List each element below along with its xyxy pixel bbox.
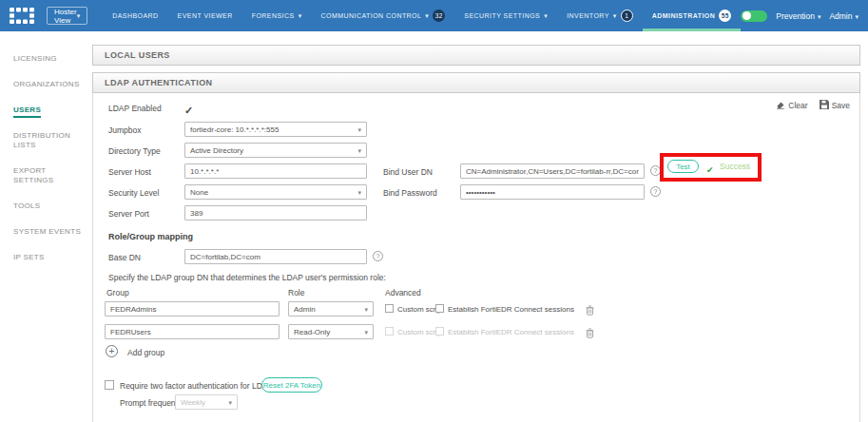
- sidebar-item-distribution-lists[interactable]: DISTRIBUTION LISTS: [13, 131, 87, 150]
- reset-2fa-token-button[interactable]: Reset 2FA Token: [261, 377, 322, 393]
- ldap-enabled-checkmark-icon[interactable]: [184, 101, 193, 118]
- test-button[interactable]: Test: [667, 160, 699, 173]
- save-label: Save: [832, 101, 850, 110]
- sidebar-item-export-settings[interactable]: EXPORT SETTINGS: [13, 166, 87, 185]
- connect-sessions-label: Establish FortiEDR Connect sessions: [448, 305, 574, 314]
- clear-button[interactable]: Clear: [776, 100, 807, 111]
- chevron-down-icon: [818, 11, 821, 21]
- nav-label: COMMUNICATION CONTROL: [321, 12, 422, 19]
- role-value: Admin: [294, 305, 316, 314]
- chevron-down-icon: [357, 125, 361, 134]
- delete-row-trash-icon[interactable]: [586, 302, 594, 319]
- help-icon[interactable]: [650, 186, 661, 197]
- base-dn-input[interactable]: [184, 249, 367, 264]
- nav-administration[interactable]: ADMINISTRATION 55: [643, 0, 741, 31]
- eraser-icon: [776, 100, 785, 111]
- add-group-plus-icon[interactable]: [106, 345, 118, 357]
- server-port-label: Server Port: [108, 209, 149, 219]
- reset-2fa-label: Reset 2FA Token: [263, 381, 320, 390]
- require-2fa-checkbox[interactable]: [105, 380, 114, 390]
- panel-title: LDAP AUTHENTICATION: [105, 78, 212, 87]
- panel-toolbar: Clear Save: [776, 100, 850, 111]
- sidebar-item-organizations[interactable]: ORGANIZATIONS: [13, 80, 87, 89]
- sidebar-item-users[interactable]: USERS: [13, 106, 87, 115]
- role-group-mapping-title: Role/Group mapping: [108, 232, 193, 241]
- jumpbox-select[interactable]: fortiedr-core: 10.*.*.*.*:555: [184, 122, 367, 137]
- group-name-input[interactable]: [105, 324, 280, 339]
- panel-title: LOCAL USERS: [105, 50, 170, 60]
- bind-password-input[interactable]: [460, 184, 645, 200]
- nav-forensics[interactable]: FORENSICS: [242, 0, 312, 31]
- role-value: Read-Only: [294, 328, 330, 336]
- badge-count: 32: [433, 10, 445, 22]
- top-navigation-bar: Hoster View DASHBOARD EVENT VIEWER FOREN…: [0, 0, 868, 31]
- nav-dashboard[interactable]: DASHBOARD: [103, 0, 167, 31]
- chevron-down-icon: [228, 398, 232, 407]
- sidebar-item-system-events[interactable]: SYSTEM EVENTS: [13, 227, 87, 237]
- group-dn-hint-text: Specify the LDAP group DN that determine…: [108, 273, 386, 282]
- bind-user-dn-label: Bind User DN: [383, 167, 433, 177]
- ldap-enabled-label: LDAP Enabled: [108, 104, 162, 113]
- chevron-down-icon: [613, 12, 617, 20]
- role-select[interactable]: Admin: [288, 301, 374, 316]
- nav-label: ADMINISTRATION: [652, 12, 715, 19]
- chevron-down-icon: [357, 188, 361, 197]
- add-group-label[interactable]: Add group: [127, 348, 164, 357]
- nav-label: FORENSICS: [252, 12, 295, 19]
- nav-label: DASHBOARD: [112, 12, 158, 19]
- nav-security-settings[interactable]: SECURITY SETTINGS: [454, 0, 557, 31]
- mode-label: Prevention: [776, 11, 815, 21]
- nav-communication-control[interactable]: COMMUNICATION CONTROL 32: [312, 0, 455, 31]
- chevron-down-icon: [544, 12, 548, 20]
- user-menu[interactable]: Admin: [829, 11, 858, 21]
- ldap-authentication-panel-header[interactable]: LDAP AUTHENTICATION: [92, 72, 860, 93]
- view-selector-dropdown[interactable]: Hoster View: [47, 7, 87, 25]
- test-button-label: Test: [676, 163, 690, 171]
- server-host-input[interactable]: [184, 163, 367, 179]
- chevron-down-icon: [425, 12, 429, 20]
- base-dn-label: Base DN: [108, 253, 141, 262]
- column-header-group: Group: [106, 288, 129, 297]
- directory-type-value: Active Directory: [190, 146, 243, 155]
- chevron-down-icon: [364, 305, 368, 314]
- delete-row-trash-icon[interactable]: [586, 325, 594, 342]
- bind-password-label: Bind Password: [383, 188, 437, 198]
- security-level-label: Security Level: [108, 188, 159, 198]
- mode-dropdown[interactable]: Prevention: [776, 11, 820, 21]
- nav-label: SECURITY SETTINGS: [464, 12, 540, 19]
- connect-sessions-label: Establish FortiEDR Connect sessions: [448, 328, 574, 336]
- prevention-mode-toggle[interactable]: [741, 10, 767, 22]
- custom-script-checkbox: [385, 327, 394, 336]
- bind-user-dn-input[interactable]: [460, 163, 645, 179]
- nav-inventory[interactable]: INVENTORY 1: [557, 0, 643, 31]
- clear-label: Clear: [788, 101, 807, 110]
- nav-event-viewer[interactable]: EVENT VIEWER: [168, 0, 242, 31]
- server-host-label: Server Host: [108, 167, 151, 177]
- group-name-input[interactable]: [105, 301, 280, 316]
- chevron-down-icon: [855, 11, 858, 21]
- sidebar-item-tools[interactable]: TOOLS: [13, 201, 87, 211]
- custom-script-checkbox[interactable]: [385, 304, 394, 313]
- chevron-down-icon: [77, 11, 81, 20]
- help-icon[interactable]: [373, 251, 383, 261]
- sidebar-item-licensing[interactable]: LICENSING: [13, 54, 87, 64]
- test-status-text: Success: [720, 162, 750, 171]
- column-header-role: Role: [288, 288, 304, 297]
- save-button[interactable]: Save: [820, 100, 850, 111]
- admin-sidebar: LICENSING ORGANIZATIONS USERS DISTRIBUTI…: [0, 31, 92, 422]
- jumpbox-value: fortiedr-core: 10.*.*.*.*:555: [190, 125, 279, 134]
- local-users-panel-header[interactable]: LOCAL USERS: [92, 45, 860, 66]
- column-header-advanced: Advanced: [385, 288, 421, 297]
- fortiedr-logo-icon: [10, 8, 34, 24]
- directory-type-select[interactable]: Active Directory: [184, 143, 367, 158]
- badge-count: 1: [621, 10, 633, 22]
- nav-label: EVENT VIEWER: [178, 12, 233, 19]
- connect-sessions-checkbox[interactable]: [435, 304, 444, 313]
- connect-sessions-checkbox: [435, 327, 444, 336]
- topbar-right-controls: Prevention Admin: [741, 10, 858, 22]
- security-level-select[interactable]: None: [184, 184, 367, 200]
- server-port-input[interactable]: [184, 205, 367, 221]
- main-menu: DASHBOARD EVENT VIEWER FORENSICS COMMUNI…: [103, 0, 741, 31]
- sidebar-item-ip-sets[interactable]: IP SETS: [13, 253, 87, 262]
- role-select[interactable]: Read-Only: [288, 324, 374, 339]
